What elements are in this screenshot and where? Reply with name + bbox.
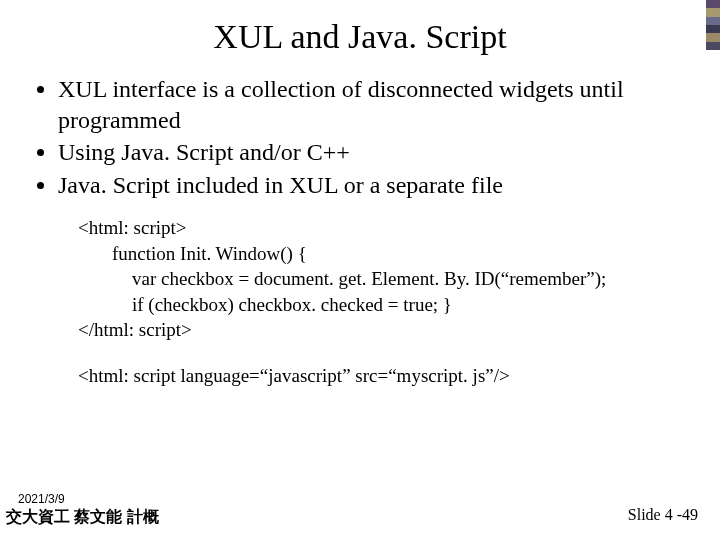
- code-line-inline: <html: script language=“javascript” src=…: [78, 365, 690, 387]
- code-block: <html: script> function Init. Window() {…: [78, 215, 690, 343]
- code-line: <html: script>: [78, 215, 690, 241]
- footer-author: 交大資工 蔡文能 計概: [6, 507, 159, 528]
- decorative-side-strip: [706, 0, 720, 50]
- slide-body: XUL interface is a collection of disconn…: [0, 56, 720, 387]
- code-line: if (checkbox) checkbox. checked = true; …: [78, 292, 690, 318]
- bullet-item: XUL interface is a collection of disconn…: [58, 74, 690, 135]
- bullet-item: Java. Script included in XUL or a separa…: [58, 170, 690, 201]
- footer-slide-number: Slide 4 -49: [628, 506, 698, 524]
- footer-date: 2021/3/9: [18, 492, 65, 506]
- code-line: function Init. Window() {: [78, 241, 690, 267]
- code-line: var checkbox = document. get. Element. B…: [78, 266, 690, 292]
- bullet-list: XUL interface is a collection of disconn…: [30, 74, 690, 201]
- slide-footer: 2021/3/9 交大資工 蔡文能 計概 Slide 4 -49: [0, 486, 720, 530]
- slide: XUL and Java. Script XUL interface is a …: [0, 0, 720, 540]
- slide-title: XUL and Java. Script: [0, 0, 720, 56]
- bullet-item: Using Java. Script and/or C++: [58, 137, 690, 168]
- code-line: </html: script>: [78, 317, 690, 343]
